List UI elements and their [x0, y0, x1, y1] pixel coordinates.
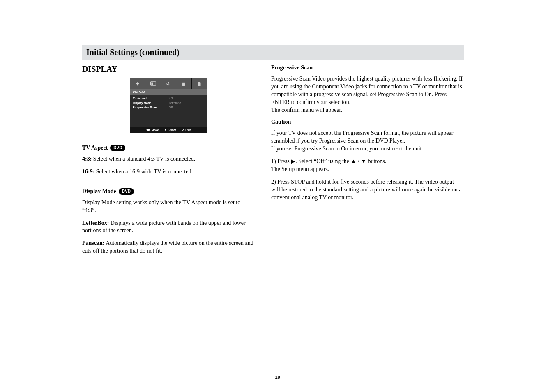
crop-mark-bottom-left: [16, 360, 51, 360]
osd-footer-select-label: Select: [168, 129, 176, 131]
audio-icon: [166, 81, 171, 86]
option-text: Select when a standard 4:3 TV is connect…: [92, 156, 195, 162]
subheading-caution: Caution: [271, 119, 464, 125]
osd-tab-row: [130, 78, 207, 89]
option-text: Automatically displays the wide picture …: [82, 240, 253, 254]
osd-row-label: Progressive Scan: [133, 106, 169, 109]
osd-footer: ◀▶ Move ▾Select ↺ Exit: [130, 127, 207, 133]
osd-row: Progressive Scan Off: [133, 105, 204, 110]
osd-tab-others: [192, 78, 207, 89]
paragraph: Panscan: Automatically displays the wide…: [82, 240, 255, 255]
page-title-suffix: (continued): [139, 48, 180, 57]
osd-row-label: TV Aspect: [133, 97, 169, 100]
svg-rect-2: [182, 83, 185, 86]
osd-header: DISPLAY: [130, 89, 207, 95]
subheading-tv-aspect-label: TV Aspect: [82, 145, 108, 151]
lock-icon: [182, 81, 186, 86]
osd-footer-select: ▾Select: [165, 128, 176, 131]
page-title-main: Initial Settings: [86, 48, 138, 57]
section-heading-display: DISPLAY: [82, 65, 255, 74]
display-icon: [150, 81, 156, 86]
osd-row: TV Aspect 4:3: [133, 96, 204, 101]
osd-footer-move: ◀▶ Move: [146, 128, 159, 131]
left-column: DISPLAY: [82, 65, 263, 260]
svg-rect-1: [151, 82, 153, 85]
osd-row: Display Mode Letterbox: [133, 101, 204, 105]
osd-footer-exit: ↺ Exit: [182, 128, 191, 131]
osd-tab-lock: [176, 78, 191, 89]
osd-row-label: Display Mode: [133, 101, 169, 104]
manual-page: Initial Settings (continued) DISPLAY: [82, 45, 464, 260]
osd-row-value: 4:3: [169, 97, 173, 100]
paragraph: LetterBox: Displays a wide picture with …: [82, 219, 255, 235]
page-title-bar: Initial Settings (continued): [82, 45, 464, 60]
dvd-badge: DVD: [110, 145, 125, 151]
option-text: Select when a 16:9 wide TV is connected.: [94, 168, 193, 175]
osd-menu-screenshot: DISPLAY TV Aspect 4:3 Display Mode Lette…: [130, 78, 207, 133]
paragraph: Display Mode setting works only when the…: [82, 199, 255, 214]
step-1: 1) Press ▶. Select “Off” using the ▲ / ▼…: [271, 158, 464, 173]
paragraph: 4:3: Select when a standard 4:3 TV is co…: [82, 155, 255, 163]
page-number: 18: [275, 375, 280, 380]
right-column: Progressive Scan Progressive Scan Video …: [263, 65, 464, 260]
osd-row-value: Off: [169, 106, 173, 109]
option-label: 4:3:: [82, 156, 92, 162]
osd-footer-exit-label: Exit: [185, 129, 191, 131]
option-label: LetterBox:: [82, 220, 109, 226]
dvd-badge: DVD: [119, 188, 134, 195]
crop-mark-top-right: [504, 10, 539, 10]
osd-row-value: Letterbox: [169, 101, 181, 104]
osd-body: TV Aspect 4:3 Display Mode Letterbox Pro…: [130, 95, 207, 127]
paragraph: 16:9: Select when a 16:9 wide TV is conn…: [82, 168, 255, 176]
osd-tab-language: [130, 78, 145, 89]
osd-footer-move-label: Move: [152, 129, 159, 131]
subheading-tv-aspect: TV Aspect DVD: [82, 145, 125, 151]
option-label: Panscan:: [82, 240, 104, 246]
note-icon: [197, 81, 201, 86]
subheading-display-mode-label: Display Mode: [82, 188, 116, 195]
language-icon: [135, 81, 140, 86]
osd-tab-display: [145, 78, 161, 89]
step-2: 2) Press STOP and hold it for five secon…: [271, 178, 464, 202]
subheading-progressive-scan: Progressive Scan: [271, 65, 464, 71]
option-label: 16:9:: [82, 168, 94, 175]
paragraph: If your TV does not accept the Progressi…: [271, 129, 464, 153]
subheading-display-mode: Display Mode DVD: [82, 188, 134, 195]
paragraph: Progressive Scan Video provides the high…: [271, 75, 464, 114]
osd-tab-audio: [161, 78, 176, 89]
